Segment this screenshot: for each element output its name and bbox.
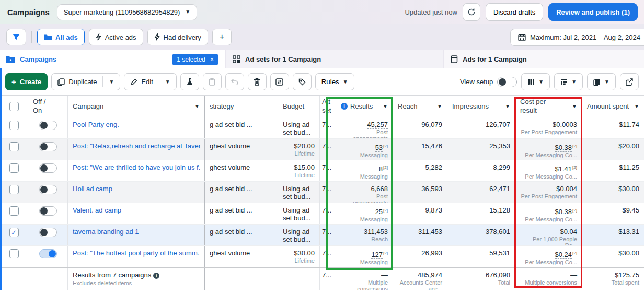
action-toolbar: + Create Duplicate ▼ Edit ▼ (0, 68, 644, 96)
tag-button[interactable] (293, 73, 312, 90)
duplicate-dropdown[interactable]: ▼ (103, 74, 120, 90)
edit-dropdown[interactable]: ▼ (159, 74, 176, 90)
metric-value: 62,471 (452, 185, 510, 193)
table-header-row: Off / On Campaign ▼ strategy Budget Att … (0, 96, 644, 117)
filters-button[interactable] (6, 29, 26, 45)
header-budget[interactable]: Budget (278, 96, 320, 117)
row-checkbox[interactable] (9, 185, 19, 194)
attribution-cell: 7... (320, 139, 336, 160)
budget-value: Using ad set bud... (283, 228, 315, 243)
header-results[interactable]: i Results ▼ (336, 96, 393, 117)
paste-button[interactable] (203, 73, 222, 90)
undo-button[interactable] (225, 73, 244, 90)
chevron-down-icon: ▼ (109, 79, 114, 85)
amount-spent-cell: $30.00 (582, 182, 644, 203)
filter-chip-active-ads[interactable]: Active ads (89, 29, 143, 45)
header-campaign[interactable]: Campaign ▼ (68, 96, 205, 117)
metric-value: $0.04 (520, 228, 577, 236)
campaign-cell: Post: "We are thrilled to have you join … (68, 160, 205, 181)
header-amount-spent[interactable]: Amount spent ▼ (582, 96, 644, 117)
delete-button[interactable] (248, 73, 267, 90)
page-title: Campaigns (7, 8, 50, 17)
metric-value: $11.25 (587, 163, 639, 171)
off-on-toggle[interactable] (39, 206, 57, 216)
row-checkbox[interactable] (9, 121, 19, 130)
row-checkbox[interactable]: ✓ (9, 228, 19, 237)
clear-selection-icon[interactable]: × (210, 56, 214, 63)
reach-cell: 26,993 (393, 246, 447, 267)
filter-chip-had-delivery[interactable]: Had delivery (147, 29, 208, 45)
row-checkbox[interactable] (9, 163, 19, 173)
row-select-cell (0, 246, 28, 267)
off-on-toggle[interactable] (39, 142, 57, 151)
campaign-link[interactable]: Valent. ad camp (73, 206, 200, 214)
refresh-button[interactable] (463, 3, 480, 21)
export-import-button[interactable] (270, 73, 289, 90)
select-all-checkbox[interactable] (9, 102, 19, 111)
footnote-marker: [2] (572, 144, 577, 148)
metric-value: 96,079 (398, 121, 442, 128)
info-icon: i (153, 273, 159, 279)
discard-drafts-button[interactable]: Discard drafts (486, 3, 543, 21)
edit-button[interactable]: Edit (124, 74, 158, 90)
metric-value: 311,453 (341, 228, 388, 236)
clipboard-icon (209, 78, 215, 86)
tab-campaigns[interactable]: Campaigns 1 selected × (0, 50, 225, 68)
row-select-cell (0, 160, 28, 181)
create-label: Create (20, 78, 42, 86)
off-on-toggle[interactable] (39, 249, 57, 258)
off-on-toggle[interactable] (39, 228, 57, 237)
off-on-toggle[interactable] (39, 121, 57, 130)
filter-chip-all-ads[interactable]: All ads (37, 29, 85, 45)
account-selector[interactable]: Super marketing (1109568682954829) ▼ (57, 4, 197, 20)
toggle-knob (40, 122, 48, 129)
results-cell: 53[2]Messaging conve... (336, 139, 393, 160)
tab-ad-sets[interactable]: Ad sets for 1 Campaign (226, 50, 443, 68)
campaign-link[interactable]: Post: "The hottest pool party of the sum… (73, 249, 200, 257)
filter-bar: All ads Active ads Had delivery + Maximu… (0, 24, 644, 50)
cost-per-result-cell: $0.24[2]Per Messaging Co... (515, 246, 582, 267)
tab-ads[interactable]: Ads for 1 Campaign (444, 50, 644, 68)
header-bid-strategy[interactable]: strategy (205, 96, 278, 117)
campaign-link[interactable]: Pool Party eng. (73, 121, 200, 128)
header-attribution[interactable]: Att set (320, 96, 336, 117)
add-filter-button[interactable]: + (212, 29, 232, 45)
header-reach[interactable]: Reach ▼ (393, 96, 447, 117)
metric-value: $13.31 (587, 228, 639, 236)
metric-value: 9,873 (398, 206, 442, 214)
duplicate-button[interactable]: Duplicate (52, 74, 102, 90)
metric-value: $0.0003 (520, 121, 577, 128)
metric-sublabel: Post engagements (341, 129, 388, 138)
header-impressions[interactable]: Impressions ▼ (447, 96, 515, 117)
rules-button[interactable]: Rules ▼ (315, 73, 354, 90)
export-button[interactable] (620, 73, 639, 90)
ab-test-button[interactable] (180, 73, 199, 90)
date-range-selector[interactable]: Maximum: Jul 2, 2021 – Aug 2, 2024 (510, 29, 644, 46)
breakdown-button[interactable]: ▼ (554, 73, 583, 90)
selected-count-badge[interactable]: 1 selected × (172, 54, 218, 65)
row-checkbox[interactable] (9, 206, 19, 216)
campaign-link[interactable]: Holi ad camp (73, 185, 200, 193)
off-on-toggle[interactable] (39, 163, 57, 173)
view-setup-toggle[interactable] (497, 77, 517, 87)
chevron-down-icon: ▼ (538, 79, 544, 85)
row-toggle-cell (28, 182, 68, 203)
create-button[interactable]: + Create (5, 73, 48, 90)
campaign-link[interactable]: taverna branding ad 1 (73, 228, 200, 236)
campaign-link[interactable]: Post: "We are thrilled to have you join … (73, 163, 200, 171)
footnote-marker: [2] (383, 144, 388, 148)
metric-value: 311,453 (398, 228, 442, 236)
account-selector-label: Super marketing (1109568682954829) (64, 8, 180, 16)
metric-value: 5,282 (398, 163, 442, 171)
row-checkbox[interactable] (9, 249, 19, 258)
row-checkbox[interactable] (9, 142, 19, 151)
columns-button[interactable]: ▼ (521, 73, 550, 90)
reports-button[interactable]: ▼ (587, 73, 616, 90)
impressions-cell: 378,601 (447, 225, 515, 245)
off-on-toggle[interactable] (39, 185, 57, 194)
review-publish-button[interactable]: Review and publish (1) (548, 3, 638, 21)
header-cost-per-result[interactable]: Cost per result ▼ (515, 96, 582, 117)
row-toggle-cell (28, 203, 68, 224)
amount-spent-cell: $30.00 (582, 246, 644, 267)
campaign-link[interactable]: Post: "Relax,refresh and recharge at Tav… (73, 142, 200, 150)
